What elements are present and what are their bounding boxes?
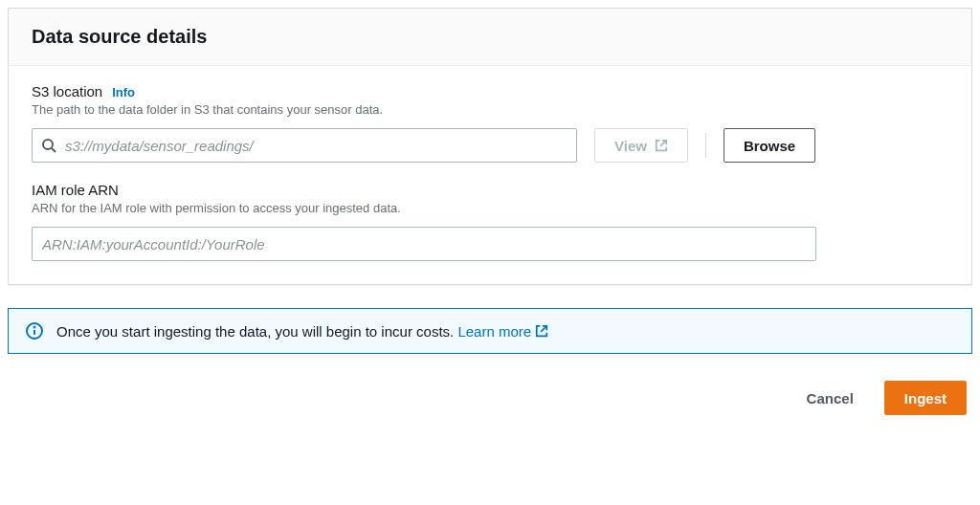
s3-location-description: The path to the data folder in S3 that c… (32, 102, 948, 117)
panel-body: S3 location Info The path to the data fo… (9, 66, 971, 284)
iam-role-field: IAM role ARN ARN for the IAM role with p… (32, 182, 948, 261)
s3-location-field: S3 location Info The path to the data fo… (32, 83, 948, 163)
footer-actions: Cancel Ingest (8, 354, 972, 415)
cost-alert: Once you start ingesting the data, you w… (8, 308, 972, 354)
view-button-label: View (614, 138, 647, 154)
svg-point-4 (34, 327, 35, 328)
data-source-details-panel: Data source details S3 location Info The… (8, 8, 972, 285)
search-icon (41, 138, 56, 153)
cancel-button[interactable]: Cancel (788, 381, 873, 415)
ingest-button-label: Ingest (904, 390, 947, 406)
s3-location-label: S3 location (32, 83, 102, 99)
info-link[interactable]: Info (112, 85, 135, 99)
view-button[interactable]: View (594, 128, 688, 163)
ingest-button[interactable]: Ingest (884, 381, 967, 415)
iam-role-input[interactable] (32, 227, 816, 261)
iam-role-description: ARN for the IAM role with permission to … (32, 201, 948, 215)
panel-header: Data source details (9, 9, 971, 66)
browse-button-label: Browse (744, 138, 795, 154)
info-icon (26, 322, 43, 340)
svg-line-1 (52, 148, 56, 152)
iam-role-label: IAM role ARN (32, 182, 119, 198)
svg-point-0 (43, 140, 53, 149)
learn-more-label: Learn more (457, 323, 531, 340)
browse-button[interactable]: Browse (724, 128, 815, 163)
divider (705, 133, 706, 158)
alert-message: Once you start ingesting the data, you w… (56, 323, 454, 340)
learn-more-link[interactable]: Learn more (457, 323, 548, 340)
cancel-button-label: Cancel (807, 390, 854, 406)
external-link-icon (655, 139, 668, 152)
external-link-icon (535, 324, 548, 338)
panel-title: Data source details (32, 26, 948, 48)
alert-text: Once you start ingesting the data, you w… (56, 323, 548, 340)
s3-location-input[interactable] (32, 128, 577, 163)
